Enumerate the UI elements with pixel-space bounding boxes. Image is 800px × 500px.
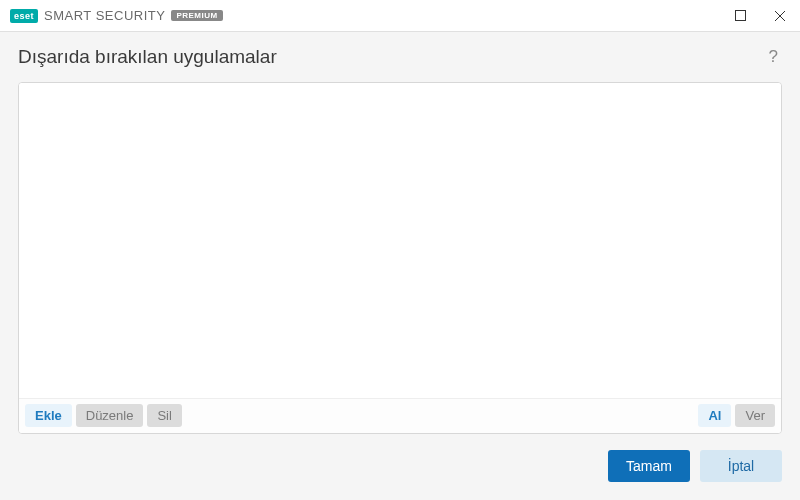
- excluded-apps-list-panel: Ekle Düzenle Sil Al Ver: [18, 82, 782, 434]
- brand-block: eset SMART SECURITY PREMIUM: [10, 8, 223, 23]
- titlebar: eset SMART SECURITY PREMIUM: [0, 0, 800, 32]
- window-controls: [720, 0, 800, 32]
- header-row: Dışarıda bırakılan uygulamalar ?: [18, 46, 782, 68]
- edit-button[interactable]: Düzenle: [76, 404, 144, 427]
- close-button[interactable]: [760, 0, 800, 32]
- list-toolbar: Ekle Düzenle Sil Al Ver: [19, 398, 781, 433]
- help-icon[interactable]: ?: [765, 47, 782, 67]
- product-name: SMART SECURITY: [44, 8, 165, 23]
- excluded-apps-list[interactable]: [19, 83, 781, 398]
- svg-rect-0: [735, 11, 745, 21]
- export-button[interactable]: Ver: [735, 404, 775, 427]
- add-button[interactable]: Ekle: [25, 404, 72, 427]
- content-area: Dışarıda bırakılan uygulamalar ? Ekle Dü…: [0, 32, 800, 434]
- delete-button[interactable]: Sil: [147, 404, 181, 427]
- maximize-button[interactable]: [720, 0, 760, 32]
- cancel-button[interactable]: İptal: [700, 450, 782, 482]
- eset-logo: eset: [10, 9, 38, 23]
- maximize-icon: [735, 10, 746, 21]
- import-button[interactable]: Al: [698, 404, 731, 427]
- dialog-footer: Tamam İptal: [0, 434, 800, 500]
- page-title: Dışarıda bırakılan uygulamalar: [18, 46, 277, 68]
- tier-badge: PREMIUM: [171, 10, 222, 21]
- ok-button[interactable]: Tamam: [608, 450, 690, 482]
- close-icon: [774, 10, 786, 22]
